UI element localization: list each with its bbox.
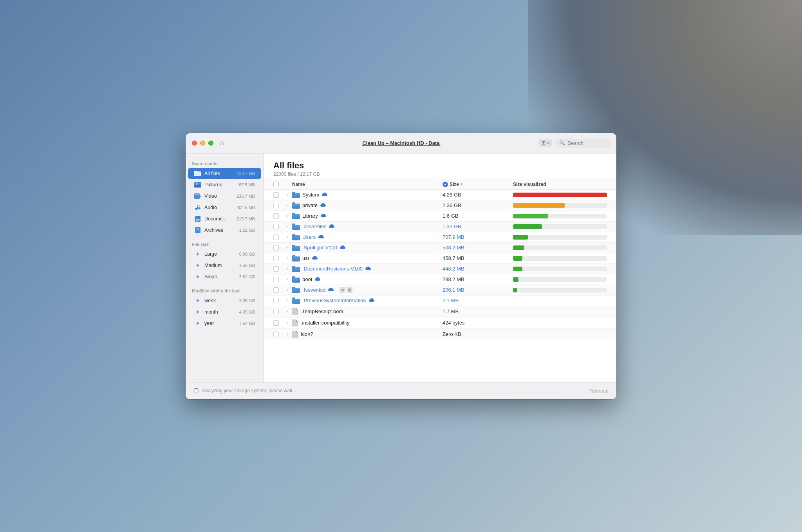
sidebar-item-month[interactable]: ✦ month 4.05 GB [188,307,261,317]
sidebar-item-small[interactable]: ✦ Small 3.62 GB [188,271,261,282]
row-checkbox[interactable] [273,320,283,326]
sort-chevron-icon: ▾ [461,182,462,186]
row-checkbox[interactable] [273,245,283,251]
medium-label: Medium [204,263,236,268]
sidebar-item-audio[interactable]: Audio 404.5 MB [188,202,261,213]
table-row[interactable]: › .installer-compatibility 424 bytes [264,317,616,329]
table-row[interactable]: › .PreviousSystemInformation 2.1 MB [264,296,616,306]
table-row[interactable]: › .Spotlight-V100 508.2 MB [264,243,616,253]
search-input[interactable] [567,140,607,146]
svg-point-76 [366,267,370,270]
row-bar [513,288,607,292]
row-checkbox[interactable] [273,192,283,198]
row-expand-icon[interactable]: › [283,224,292,229]
header-size-viz: Size visualized [513,182,607,187]
row-checkbox[interactable] [273,234,283,240]
week-label: week [204,298,236,303]
row-size: 707.9 MB [443,234,513,240]
file-title: All files [273,161,607,171]
table-row[interactable]: › usr 458.7 MB [264,253,616,264]
year-icon: ✦ [194,320,201,327]
row-size: 1.6 GB [443,213,513,219]
all-files-label: All files [204,171,234,176]
row-name: boot [292,276,443,283]
row-checkbox[interactable] [273,287,283,293]
documents-icon [194,215,201,222]
row-checkbox[interactable] [273,256,283,261]
header-checkbox[interactable] [273,182,283,187]
year-size: 7.54 GB [239,321,255,326]
row-checkbox[interactable] [273,277,283,282]
row-checkbox[interactable] [273,224,283,229]
row-checkbox[interactable] [273,266,283,272]
view-switcher[interactable]: ⊞ ▾ [538,139,552,147]
svg-rect-73 [292,266,295,268]
icloud-icon [320,202,327,208]
table-row[interactable]: › Icon? Zero KB [264,329,616,340]
file-size-label: File size [186,239,264,248]
svg-rect-6 [194,193,200,199]
row-expand-icon[interactable]: › [283,267,292,271]
row-checkbox[interactable] [273,332,283,337]
row-checkbox[interactable] [273,298,283,303]
maximize-button[interactable] [208,141,213,146]
table-row[interactable]: › .fseventsd ⚙ @ 206.1 MB [264,285,616,296]
home-icon[interactable]: ⌂ [220,139,224,147]
table-row[interactable]: › .DocumentRevisions-V100 448.2 MB [264,264,616,274]
minimize-button[interactable] [200,141,205,146]
sidebar-item-documents[interactable]: Docume... 215.7 MB [188,213,261,224]
row-checkbox[interactable] [273,213,283,219]
table-row[interactable]: › System 4.26 GB [264,190,616,200]
row-expand-icon[interactable]: › [283,309,292,314]
sidebar-item-pictures[interactable]: Pictures 67.5 MB [188,179,261,190]
icloud-icon [312,255,319,261]
row-expand-icon[interactable]: › [283,298,292,303]
table-row[interactable]: › Library 1.6 GB [264,211,616,222]
window-title: Clean Up – Macintosh HD - Data [362,140,439,146]
documents-size: 215.7 MB [237,216,255,221]
month-size: 4.05 GB [239,310,255,314]
small-label: Small [204,274,236,280]
table-row[interactable]: › private 2.36 GB [264,200,616,211]
row-checkbox[interactable] [273,309,283,314]
sidebar-item-video[interactable]: Video 236.7 MB [188,191,261,202]
video-size: 236.7 MB [237,194,255,198]
sidebar-item-week[interactable]: ✦ week 3.05 GB [188,295,261,306]
row-expand-icon[interactable]: › [283,256,292,260]
svg-rect-66 [292,255,295,257]
sidebar-item-all-files[interactable]: All files 12.17 GB [188,168,261,179]
sidebar-item-medium[interactable]: ✦ Medium 1.56 GB [188,260,261,271]
table-row[interactable]: › .TempReceipt.bom 1.7 MB [264,306,616,317]
row-size: 458.7 MB [443,255,513,261]
search-box[interactable]: 🔍 [555,139,610,148]
row-name: usr [292,255,443,261]
svg-point-34 [321,203,325,206]
audio-size: 404.5 MB [237,205,255,210]
row-expand-icon[interactable]: › [283,288,292,292]
row-bar [513,277,607,282]
table-row[interactable]: › Users 707.9 MB [264,232,616,243]
row-expand-icon[interactable]: › [283,321,292,325]
table-row[interactable]: › boot 288.2 MB [264,274,616,285]
row-bar [513,203,607,208]
svg-rect-38 [292,213,295,215]
close-button[interactable] [192,141,197,146]
table-row[interactable]: › .cleverfiles 1.32 GB [264,222,616,232]
pictures-size: 67.5 MB [239,182,255,187]
icloud-icon [320,213,327,219]
row-expand-icon[interactable]: › [283,193,292,197]
row-expand-icon[interactable]: › [283,214,292,218]
row-expand-icon[interactable]: › [283,203,292,207]
icloud-icon [329,224,336,229]
large-icon: ✦ [194,251,201,258]
row-checkbox[interactable] [273,203,283,208]
row-expand-icon[interactable]: › [283,245,292,250]
row-expand-icon[interactable]: › [283,235,292,239]
sidebar-item-year[interactable]: ✦ year 7.54 GB [188,318,261,329]
row-bar [513,256,607,261]
row-expand-icon[interactable]: › [283,277,292,281]
row-expand-icon[interactable]: › [283,332,292,336]
month-icon: ✦ [194,308,201,316]
sidebar-item-archives[interactable]: Archives 1.22 GB [188,225,261,236]
sidebar-item-large[interactable]: ✦ Large 6.99 GB [188,249,261,260]
